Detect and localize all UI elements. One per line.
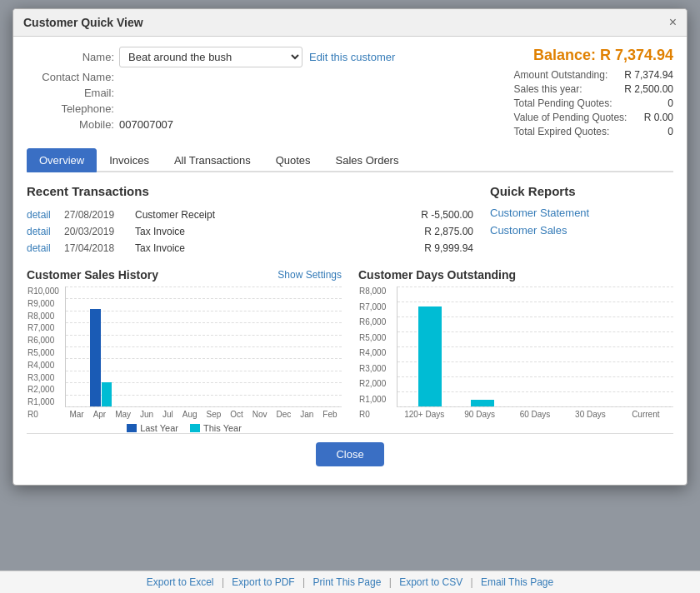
days-chart-area — [397, 287, 673, 407]
transaction-desc: Tax Invoice — [135, 242, 398, 254]
show-settings-link[interactable]: Show Settings — [278, 269, 342, 281]
mobile-row: Mobile: 007007007 — [27, 118, 514, 131]
days-bar-group — [406, 306, 453, 406]
bar-this-year — [102, 382, 112, 406]
transaction-date: 20/03/2019 — [64, 226, 127, 237]
modal-body: Name: Beat around the bush Edit this cus… — [13, 37, 687, 485]
mobile-value: 007007007 — [119, 118, 173, 131]
days-x-label: 30 Days — [562, 410, 618, 419]
name-row: Name: Beat around the bush Edit this cus… — [27, 47, 514, 67]
sales-y-labels: R10,000 R9,000 R8,000 R7,000 R6,000 R5,0… — [28, 287, 59, 419]
sales-bars — [66, 287, 342, 406]
legend-this-year-label: This Year — [203, 423, 242, 433]
transaction-table: detail 27/08/2019 Customer Receipt R -5,… — [27, 207, 473, 257]
export-csv-link[interactable]: Export to CSV — [399, 576, 462, 588]
customer-sales-link[interactable]: Customer Sales — [490, 224, 673, 237]
contact-row: Contact Name: — [27, 71, 514, 83]
sales-history-title: Customer Sales History — [27, 268, 158, 282]
transaction-desc: Tax Invoice — [135, 226, 398, 237]
stat-value: 0 — [668, 97, 673, 109]
bar-group — [90, 309, 111, 406]
contact-label: Contact Name: — [27, 71, 114, 83]
x-label: Jun — [140, 410, 153, 419]
legend-last-year: Last Year — [127, 423, 178, 433]
close-button[interactable]: Close — [316, 442, 383, 466]
sales-x-labels: MarAprMayJunJulAugSepOctNovDecJanFeb — [65, 410, 342, 419]
quick-reports-title: Quick Reports — [490, 184, 673, 198]
telephone-row: Telephone: — [27, 102, 514, 115]
stat-row: Sales this year:R 2,500.00 — [514, 83, 673, 95]
x-label: Nov — [252, 410, 268, 419]
x-label: Sep — [207, 410, 222, 419]
x-label: Oct — [230, 410, 243, 419]
sales-legend: Last Year This Year — [27, 423, 342, 433]
transaction-desc: Customer Receipt — [135, 209, 398, 221]
table-row: detail 27/08/2019 Customer Receipt R -5,… — [27, 207, 473, 223]
days-bar-group — [458, 400, 506, 406]
transaction-detail-link[interactable]: detail — [27, 242, 56, 254]
modal-close-button[interactable]: × — [669, 16, 677, 29]
edit-customer-link[interactable]: Edit this customer — [309, 51, 395, 63]
sales-history-header: Customer Sales History Show Settings — [27, 268, 342, 282]
days-y-labels: R8,000 R7,000 R6,000 R5,000 R4,000 R3,00… — [359, 287, 386, 419]
sales-chart-wrapper: R10,000 R9,000 R8,000 R7,000 R6,000 R5,0… — [65, 287, 342, 419]
x-label: Jul — [162, 410, 173, 419]
transaction-date: 17/04/2018 — [64, 242, 127, 254]
days-x-labels: 120+ Days90 Days60 Days30 DaysCurrent — [397, 410, 673, 419]
stat-value: R 2,500.00 — [624, 83, 673, 95]
sales-chart-area — [65, 287, 342, 407]
right-column: Quick Reports Customer Statement Custome… — [490, 184, 673, 257]
transaction-amount: R 2,875.00 — [407, 226, 473, 237]
main-content: Recent Transactions detail 27/08/2019 Cu… — [27, 184, 673, 257]
x-label: Jan — [300, 410, 313, 419]
export-pdf-link[interactable]: Export to PDF — [232, 576, 294, 588]
transaction-date: 27/08/2019 — [64, 209, 127, 221]
days-outstanding-header: Customer Days Outstanding — [358, 268, 673, 282]
days-x-label: 120+ Days — [397, 410, 452, 419]
sep4: | — [471, 576, 473, 588]
transaction-detail-link[interactable]: detail — [27, 226, 56, 237]
recent-transactions-title: Recent Transactions — [27, 184, 473, 198]
legend-last-year-label: Last Year — [140, 423, 178, 433]
customer-name-select[interactable]: Beat around the bush — [119, 47, 302, 67]
transaction-detail-link[interactable]: detail — [27, 209, 56, 221]
quick-report-links: Customer Statement Customer Sales — [490, 207, 673, 237]
charts-section: Customer Sales History Show Settings R10… — [27, 268, 673, 433]
x-label: Feb — [322, 410, 337, 419]
tab-all-transactions[interactable]: All Transactions — [162, 148, 263, 172]
x-label: Aug — [182, 410, 198, 419]
mobile-label: Mobile: — [27, 118, 114, 131]
stat-label: Value of Pending Quotes: — [514, 112, 628, 123]
tab-invoices[interactable]: Invoices — [97, 148, 162, 172]
email-label: Email: — [27, 87, 114, 99]
legend-this-year: This Year — [190, 423, 242, 433]
email-page-link[interactable]: Email This Page — [481, 576, 553, 588]
stat-label: Total Expired Quotes: — [514, 126, 610, 137]
table-row: detail 20/03/2019 Tax Invoice R 2,875.00 — [27, 223, 473, 240]
tab-sales-orders[interactable]: Sales Orders — [323, 148, 412, 172]
stat-value: R 0.00 — [644, 112, 673, 123]
stat-value: 0 — [668, 126, 673, 137]
days-bars-container — [398, 287, 673, 406]
customer-statement-link[interactable]: Customer Statement — [490, 207, 673, 219]
left-column: Recent Transactions detail 27/08/2019 Cu… — [27, 184, 473, 257]
modal-inner-footer: Close — [27, 433, 673, 475]
top-section: Name: Beat around the bush Edit this cus… — [27, 47, 673, 140]
print-page-link[interactable]: Print This Page — [313, 576, 382, 588]
tab-quotes[interactable]: Quotes — [263, 148, 323, 172]
x-label: Mar — [69, 410, 83, 419]
days-outstanding-chart: Customer Days Outstanding R8,000 R7,000 … — [358, 268, 673, 433]
export-excel-link[interactable]: Export to Excel — [147, 576, 214, 588]
transaction-amount: R 9,999.94 — [407, 242, 473, 254]
sales-history-chart: Customer Sales History Show Settings R10… — [27, 268, 342, 433]
tab-overview[interactable]: Overview — [27, 148, 97, 172]
x-label: May — [115, 410, 131, 419]
days-x-label: 60 Days — [508, 410, 562, 419]
modal-header: Customer Quick View × — [13, 9, 687, 37]
modal-title: Customer Quick View — [23, 16, 143, 29]
days-bar — [418, 306, 442, 406]
stat-label: Amount Outstanding: — [514, 69, 608, 81]
telephone-label: Telephone: — [27, 102, 114, 115]
stat-value: R 7,374.94 — [624, 69, 673, 81]
days-chart-wrapper: R8,000 R7,000 R6,000 R5,000 R4,000 R3,00… — [397, 287, 673, 419]
